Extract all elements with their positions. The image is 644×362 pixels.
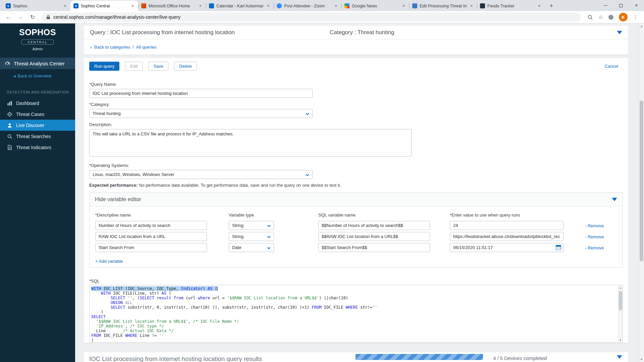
descriptive-name-input[interactable] xyxy=(95,232,207,241)
browser-menu-icon[interactable]: ⋮ xyxy=(633,14,638,20)
sidebar-item-threat-cases[interactable]: Threat Cases xyxy=(0,109,75,120)
sidebar-item-live-discover[interactable]: Live Discover xyxy=(0,120,75,131)
collapse-chevron-icon[interactable] xyxy=(617,31,622,34)
threat-analysis-center-label: Threat Analysis Center xyxy=(14,61,65,66)
browser-tab[interactable]: SSophos Central✕ xyxy=(70,1,138,11)
maximize-icon xyxy=(619,4,623,7)
variable-value-input[interactable] xyxy=(450,232,564,241)
remove-variable-link[interactable]: - Remove xyxy=(585,234,604,239)
sidebar-item-dashboard[interactable]: Dashboard xyxy=(0,98,75,109)
tab-close-icon[interactable]: ✕ xyxy=(63,4,67,8)
bookmark-star-icon[interactable]: ☆ xyxy=(598,14,603,20)
profile-avatar[interactable]: K xyxy=(619,13,628,21)
sql-variable-name-input[interactable] xyxy=(318,221,430,230)
sql-editor-scrollbar[interactable]: ▲ ▼ xyxy=(618,285,623,342)
minimize-button[interactable] xyxy=(598,0,613,11)
chevron-down-icon xyxy=(267,235,271,238)
scroll-down-icon[interactable]: ▼ xyxy=(639,357,644,362)
sql-variable-name-input[interactable] xyxy=(318,232,430,241)
new-tab-button[interactable]: + xyxy=(547,1,556,10)
variable-type-select[interactable]: String xyxy=(229,232,274,241)
tab-close-icon[interactable]: ✕ xyxy=(469,4,474,8)
variable-editor-collapse-icon[interactable] xyxy=(612,198,617,201)
tab-title: Microsoft Office Home xyxy=(149,4,196,8)
scrollbar-thumb[interactable] xyxy=(640,101,643,261)
scroll-up-icon[interactable]: ▲ xyxy=(618,285,623,290)
zoom-favicon xyxy=(277,3,282,8)
back-to-overview-link[interactable]: ◂ Back to Overview xyxy=(0,71,75,80)
cases-icon xyxy=(7,111,12,117)
sidebar-item-threat-indicators[interactable]: Threat Indicators xyxy=(0,142,75,153)
cancel-link[interactable]: Cancel xyxy=(605,64,618,69)
scroll-down-icon[interactable]: ▼ xyxy=(618,338,623,342)
back-button[interactable]: ← xyxy=(3,12,13,22)
all-queries-link[interactable]: All queries xyxy=(136,45,157,50)
descriptive-name-input[interactable] xyxy=(95,243,207,252)
threat-analysis-center-header[interactable]: Threat Analysis Center xyxy=(0,58,75,69)
sql-line: SELECT '', (SELECT result from curl wher… xyxy=(91,296,616,300)
breadcrumb: ‹ Back to categories / All queries xyxy=(84,40,628,55)
tab-strip: SSophos✕SSophos Central✕Microsoft Office… xyxy=(0,0,644,11)
tab-close-icon[interactable]: ✕ xyxy=(334,4,338,8)
breadcrumb-back-icon: ‹ xyxy=(90,44,92,50)
browser-toolbar: ← → ↻ central.sophos.com/manage/threat-a… xyxy=(0,11,644,23)
browser-chrome: SSophos✕SSophos Central✕Microsoft Office… xyxy=(0,0,644,23)
remove-variable-link[interactable]: - Remove xyxy=(585,245,604,250)
central-badge: CENTRAL xyxy=(21,40,54,45)
remove-variable-link[interactable]: - Remove xyxy=(585,223,604,228)
scroll-up-icon[interactable]: ▲ xyxy=(639,23,644,29)
delete-button[interactable]: Delete xyxy=(174,62,197,71)
variable-editor-title[interactable]: Hide variable editor xyxy=(95,196,141,202)
descriptive-name-input[interactable] xyxy=(95,221,207,230)
description-textarea[interactable]: This will take a URL to a CSV file and p… xyxy=(89,129,412,157)
browser-tab[interactable]: Post Attendee - Zoom✕ xyxy=(274,1,341,11)
maximize-button[interactable] xyxy=(613,0,629,11)
reload-button[interactable]: ↻ xyxy=(28,12,38,22)
tab-close-icon[interactable]: ✕ xyxy=(266,4,271,8)
tab-close-icon[interactable]: ✕ xyxy=(198,4,203,8)
back-arrow-icon: ◂ xyxy=(13,73,16,78)
run-query-button[interactable]: Run query xyxy=(89,62,119,71)
browser-tab[interactable]: Microsoft Office Home✕ xyxy=(138,1,206,11)
tab-close-icon[interactable]: ✕ xyxy=(130,4,135,8)
query-header-card: Query : IOC List processing from interne… xyxy=(84,26,628,55)
scrollbar-thumb[interactable] xyxy=(619,291,622,310)
sidebar-item-threat-searches[interactable]: Threat Searches xyxy=(0,131,75,142)
calendar-icon[interactable] xyxy=(556,245,561,250)
variable-type-select[interactable]: Date xyxy=(229,243,274,252)
sql-editor[interactable]: WITH IOC_LIST (IOC_Source, IOC_Type, Ind… xyxy=(89,285,623,343)
sql-variable-name-input[interactable] xyxy=(318,243,430,252)
browser-tab[interactable]: SSophos✕ xyxy=(3,1,70,11)
variable-row: String- Remove xyxy=(95,232,623,241)
variable-type-select[interactable]: String xyxy=(229,221,274,230)
zoom-icon[interactable] xyxy=(587,14,593,20)
results-collapse-icon[interactable] xyxy=(617,355,622,359)
dashboard-icon xyxy=(7,100,12,106)
close-button[interactable]: ✕ xyxy=(629,0,644,11)
tab-close-icon[interactable]: ✕ xyxy=(537,4,542,8)
searches-icon xyxy=(7,133,12,139)
sophos-logo: SOPHOS xyxy=(0,27,75,37)
variable-type-value: String xyxy=(232,223,244,228)
sql-line: ) xyxy=(91,338,616,343)
back-to-categories-link[interactable]: Back to categories xyxy=(94,45,130,50)
browser-tab[interactable]: Edit Processing Threat Intel✕ xyxy=(409,1,477,11)
variable-value-input[interactable] xyxy=(450,243,564,252)
browser-tab[interactable]: Google News✕ xyxy=(341,1,409,11)
add-variable-link[interactable]: + Add variable xyxy=(95,259,123,264)
edit-button[interactable]: Edit xyxy=(125,62,143,71)
query-name-input[interactable] xyxy=(89,89,313,98)
extension-icon[interactable] xyxy=(608,15,613,20)
variable-value-input[interactable] xyxy=(450,221,564,230)
sidebar-item-label: Dashboard xyxy=(16,101,39,106)
page-scrollbar[interactable]: ▲ ▼ xyxy=(639,23,644,362)
save-button[interactable]: Save xyxy=(148,62,168,71)
browser-tab[interactable]: Feodo Tracker✕ xyxy=(477,1,545,11)
sql-line: 'IP_Address', /* IOC type */ xyxy=(91,324,616,328)
browser-tab[interactable]: Calendar - Karl Ackerman -✕ xyxy=(206,1,274,11)
category-select[interactable]: Threat hunting xyxy=(89,109,313,118)
tab-close-icon[interactable]: ✕ xyxy=(401,4,406,8)
forward-button[interactable]: → xyxy=(15,12,25,22)
operating-systems-select[interactable]: Linux, macOS, Windows, Windows Server xyxy=(89,170,313,179)
address-bar[interactable]: central.sophos.com/manage/threat-analysi… xyxy=(42,12,581,22)
